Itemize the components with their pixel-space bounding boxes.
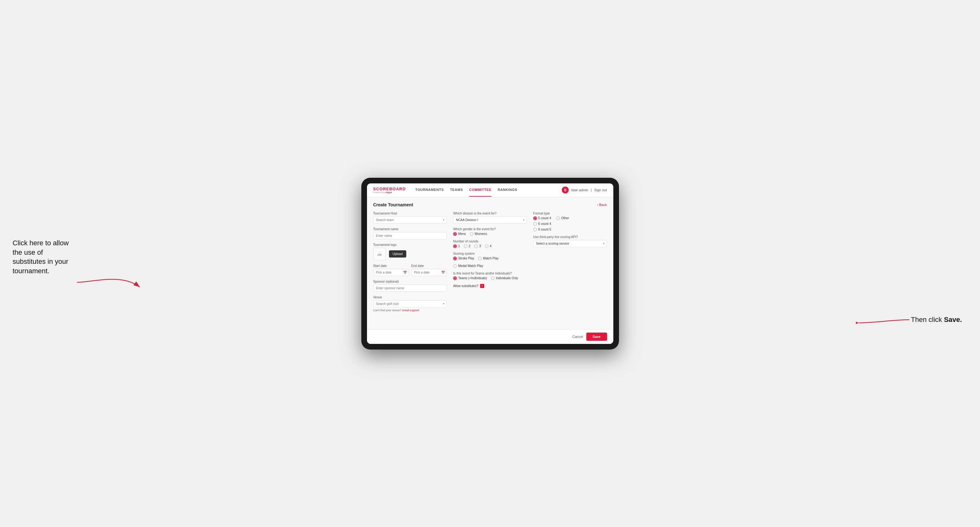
gender-womens[interactable]: Womens bbox=[470, 232, 487, 236]
rounds-3-label: 3 bbox=[479, 244, 481, 248]
format-6count5-label: 6 count 5 bbox=[538, 228, 551, 231]
teams-radio-group: Teams (+Individuals) Individuals Only bbox=[453, 276, 527, 280]
start-date-label: Start date bbox=[373, 264, 409, 268]
host-input[interactable] bbox=[373, 216, 447, 224]
venue-input[interactable] bbox=[373, 300, 447, 308]
host-label: Tournament Host bbox=[373, 212, 447, 215]
format-5count4-radio[interactable] bbox=[533, 216, 537, 220]
page-wrapper: Click here to allow the use of substitut… bbox=[13, 178, 967, 349]
name-group: Tournament name bbox=[373, 227, 447, 239]
format-6count5[interactable]: 6 count 5 bbox=[533, 228, 551, 232]
logo-area: SCOREBOARD Powered by clippd bbox=[373, 187, 406, 194]
sponsor-group: Sponsor (optional) bbox=[373, 280, 447, 292]
rounds-1-radio[interactable] bbox=[453, 244, 457, 248]
tablet-device: SCOREBOARD Powered by clippd TOURNAMENTS… bbox=[361, 178, 619, 349]
page-header: Create Tournament ‹ Back bbox=[373, 202, 607, 207]
email-support-link[interactable]: email support bbox=[402, 309, 419, 312]
nav-tournaments[interactable]: TOURNAMENTS bbox=[415, 183, 444, 197]
format-row-3: 6 count 5 bbox=[533, 228, 607, 232]
scoring-medal[interactable]: Medal Match Play bbox=[453, 264, 483, 268]
format-6count4-radio[interactable] bbox=[533, 222, 537, 226]
form-footer: Cancel Save bbox=[367, 329, 613, 344]
gender-womens-radio[interactable] bbox=[470, 232, 474, 236]
annotation-right-text1: Then click bbox=[911, 316, 944, 324]
individuals-radio[interactable] bbox=[491, 276, 495, 280]
save-button[interactable]: Save bbox=[586, 333, 607, 341]
substitutes-checkbox[interactable]: ✓ bbox=[480, 284, 484, 288]
substitutes-label: Allow substitutes? bbox=[453, 284, 478, 288]
format-other-radio[interactable] bbox=[556, 216, 560, 220]
start-date-group: Start date 📅 bbox=[373, 264, 409, 276]
division-group: Which division is the event for? NCAA Di… bbox=[453, 212, 527, 224]
sign-out-link[interactable]: Sign out bbox=[594, 188, 607, 192]
scoring-label: Scoring system bbox=[453, 252, 527, 256]
host-group: Tournament Host ▼ bbox=[373, 212, 447, 224]
division-select[interactable]: NCAA Division I NCAA Division II NCAA Di… bbox=[453, 216, 527, 224]
gender-mens[interactable]: Mens bbox=[453, 232, 466, 236]
api-label: Use third-party live scoring API? bbox=[533, 235, 607, 239]
scoring-medal-radio[interactable] bbox=[453, 264, 457, 268]
tablet-screen: SCOREBOARD Powered by clippd TOURNAMENTS… bbox=[367, 183, 613, 344]
scoring-stroke[interactable]: Stroke Play bbox=[453, 257, 474, 260]
rounds-3[interactable]: 3 bbox=[474, 244, 481, 248]
teams-plus-radio[interactable] bbox=[453, 276, 457, 280]
rounds-2[interactable]: 2 bbox=[464, 244, 471, 248]
rounds-1[interactable]: 1 bbox=[453, 244, 460, 248]
nav-teams[interactable]: TEAMS bbox=[450, 183, 463, 197]
page-content: Create Tournament ‹ Back Tournament Host… bbox=[367, 197, 613, 329]
rounds-3-radio[interactable] bbox=[474, 244, 478, 248]
end-date-label: End date bbox=[411, 264, 447, 268]
logo-text-board: BOARD bbox=[389, 187, 406, 191]
api-group: Use third-party live scoring API? Select… bbox=[533, 235, 607, 247]
logo-group: Tournament logo ⛰ Upload bbox=[373, 243, 447, 260]
username: blair admin bbox=[571, 188, 588, 192]
gender-mens-radio[interactable] bbox=[453, 232, 457, 236]
venue-label: Venue bbox=[373, 295, 447, 299]
teams-plus[interactable]: Teams (+Individuals) bbox=[453, 276, 487, 280]
format-6count4[interactable]: 6 count 4 bbox=[533, 222, 551, 226]
scoring-stroke-label: Stroke Play bbox=[458, 257, 474, 260]
rounds-label: Number of rounds bbox=[453, 240, 527, 243]
end-date-calendar-icon: 📅 bbox=[441, 271, 445, 274]
cancel-button[interactable]: Cancel bbox=[573, 335, 583, 338]
rounds-2-radio[interactable] bbox=[464, 244, 468, 248]
scoring-match[interactable]: Match Play bbox=[478, 257, 498, 260]
end-date-wrap: 📅 bbox=[411, 269, 447, 276]
back-link[interactable]: ‹ Back bbox=[597, 203, 607, 206]
format-5count4[interactable]: 5 count 4 bbox=[533, 216, 551, 220]
format-6count5-radio[interactable] bbox=[533, 228, 537, 232]
teams-group: Is this event for Teams and/or Individua… bbox=[453, 271, 527, 280]
individuals-label: Individuals Only bbox=[496, 276, 518, 280]
form-col2: Which division is the event for? NCAA Di… bbox=[453, 212, 527, 316]
logo-label: Tournament logo bbox=[373, 243, 447, 246]
logo-text-score: SCORE bbox=[373, 187, 389, 191]
division-label: Which division is the event for? bbox=[453, 212, 527, 215]
upload-button[interactable]: Upload bbox=[389, 250, 407, 257]
name-label: Tournament name bbox=[373, 227, 447, 231]
division-select-wrap: NCAA Division I NCAA Division II NCAA Di… bbox=[453, 216, 527, 224]
nav-rankings[interactable]: RANKINGS bbox=[498, 183, 517, 197]
scoring-medal-label: Medal Match Play bbox=[458, 264, 483, 268]
rounds-4[interactable]: 4 bbox=[485, 244, 492, 248]
nav-bar: SCOREBOARD Powered by clippd TOURNAMENTS… bbox=[367, 183, 613, 197]
api-select[interactable]: Select a scoring service bbox=[533, 240, 607, 247]
individuals-only[interactable]: Individuals Only bbox=[491, 276, 518, 280]
rounds-4-radio[interactable] bbox=[485, 244, 488, 248]
nav-separator: | bbox=[591, 188, 592, 192]
nav-right: B blair admin | Sign out bbox=[562, 187, 607, 194]
sponsor-label: Sponsor (optional) bbox=[373, 280, 447, 283]
venue-group: Venue ▼ Can't find your venue? email sup… bbox=[373, 295, 447, 312]
teams-label: Is this event for Teams and/or Individua… bbox=[453, 271, 527, 275]
arrow-left-icon bbox=[74, 270, 143, 295]
name-input[interactable] bbox=[373, 232, 447, 239]
scoring-stroke-radio[interactable] bbox=[453, 257, 457, 260]
substitutes-group: Allow substitutes? ✓ bbox=[453, 284, 527, 288]
venue-select-wrap: ▼ bbox=[373, 300, 447, 308]
gender-radio-group: Mens Womens bbox=[453, 232, 527, 236]
format-other[interactable]: Other bbox=[556, 216, 569, 220]
venue-help: Can't find your venue? email support bbox=[373, 309, 447, 312]
avatar: B bbox=[562, 187, 569, 194]
sponsor-input[interactable] bbox=[373, 284, 447, 292]
scoring-match-radio[interactable] bbox=[478, 257, 482, 260]
nav-committee[interactable]: COMMITTEE bbox=[469, 183, 492, 197]
